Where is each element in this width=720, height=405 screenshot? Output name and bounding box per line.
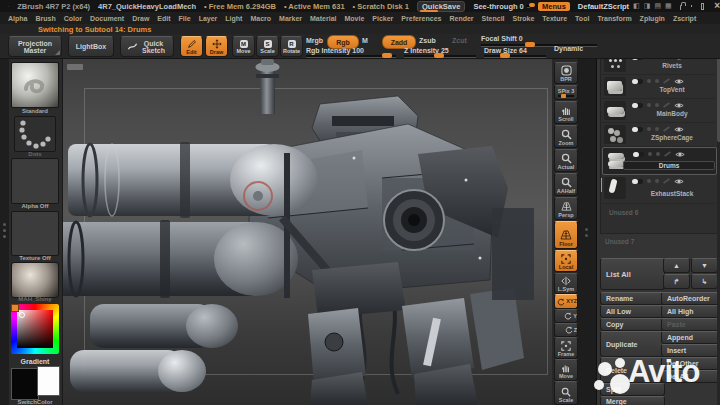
gradient-label[interactable]: Gradient [10,358,60,365]
subtool-visibility-icons[interactable] [632,125,712,133]
quicksave-button[interactable]: QuickSave [417,1,465,12]
all-high-button[interactable]: All High [661,305,720,318]
left-tray-toggle-icon[interactable]: ◧ [633,2,640,10]
duplicate-button[interactable]: Duplicate [600,331,665,357]
move-canvas-button[interactable]: Move [554,359,578,381]
eye-icon[interactable] [675,151,685,158]
menu-draw[interactable]: Draw [128,15,153,22]
zsub-toggle[interactable]: Zsub [419,37,436,44]
subtool-row-mainbody[interactable]: MainBody [602,99,715,123]
subtool-visibility-icons[interactable] [632,101,712,109]
eye-icon[interactable] [674,178,684,185]
subtool-up-button[interactable]: ▲ [663,258,690,273]
menu-alpha[interactable]: Alpha [4,15,31,22]
z-intensity-slider[interactable] [404,55,476,58]
copy-button[interactable]: Copy [600,318,665,331]
draw-button[interactable]: Draw [205,36,228,57]
menu-transform[interactable]: Transform [593,15,635,22]
rgb-intensity-slider[interactable] [306,55,396,58]
subtool-row-zspherecage[interactable]: ZSphereCage [602,123,715,147]
y-axis-button[interactable]: Y [554,309,578,323]
floor-button[interactable]: Floor [554,221,578,249]
dynamic-toggle[interactable]: Dynamic [554,45,583,52]
eye-icon[interactable] [674,102,684,109]
list-all-button[interactable]: List All [600,258,665,290]
menu-material[interactable]: Material [306,15,340,22]
restore-icon[interactable] [701,3,704,10]
subtool-row-topvent[interactable]: TopVent [602,75,715,99]
rename-button[interactable]: Rename [600,292,665,305]
default-zscript-label[interactable]: DefaultZScript [578,2,629,11]
menu-document[interactable]: Document [86,15,128,22]
menu-edit[interactable]: Edit [153,15,174,22]
rotate-button[interactable]: R Rotate [280,36,303,57]
picker-corner-icon[interactable] [11,304,19,312]
aahalf-button[interactable]: AAHalf [554,173,578,196]
edit-button[interactable]: Edit [180,36,203,57]
lock-icon[interactable] [680,5,681,10]
menu-zplugin[interactable]: Zplugin [636,15,669,22]
subtool-move-in-button[interactable]: ↳ [691,274,718,289]
right-divider-rail[interactable] [578,58,596,405]
subtool-visibility-icons[interactable] [632,177,712,185]
menus-button[interactable]: Menus [538,2,570,11]
delete-button[interactable]: Delete [600,357,665,383]
current-material-thumbnail[interactable] [11,262,59,298]
spix-track[interactable] [558,95,574,97]
insert-button[interactable]: Insert [661,344,720,357]
z-axis-button[interactable]: Z [554,323,578,337]
menu-render[interactable]: Render [445,15,477,22]
eye-icon[interactable] [674,78,684,85]
del-other-button[interactable]: Del Other [661,357,720,370]
color-picker[interactable] [11,304,59,354]
merge-button[interactable]: Merge [600,396,665,405]
m-toggle[interactable]: M [362,37,368,44]
menu-zscript[interactable]: Zscript [669,15,700,22]
sculpt-canvas[interactable] [62,58,552,405]
quick-sketch-button[interactable]: Quick Sketch [120,36,174,57]
menu-movie[interactable]: Movie [340,15,368,22]
projection-master-button[interactable]: Projection Master [8,36,62,57]
append-button[interactable]: Append [661,331,720,344]
current-texture-thumbnail[interactable] [11,211,59,256]
subtool-visibility-icons[interactable] [632,77,712,85]
subtool-visibility-icons[interactable] [633,150,713,158]
xyz-button[interactable]: XYZ [554,294,578,309]
current-stroke-thumbnail[interactable] [14,116,56,152]
menu-preferences[interactable]: Preferences [397,15,445,22]
lightbox-button[interactable]: LightBox [68,36,114,57]
bpr-button[interactable]: BPR [554,62,578,84]
left-divider-rail[interactable] [0,58,9,405]
all-low-button[interactable]: All Low [600,305,665,318]
menu-marker[interactable]: Marker [275,15,306,22]
subtool-move-out-button[interactable]: ↱ [663,274,690,289]
subtool-down-button[interactable]: ▼ [691,258,718,273]
draw-size-slider[interactable] [484,55,546,58]
subtool-row-exhauststack[interactable]: ExhaustStack [602,175,715,204]
move-button[interactable]: M Move [232,36,255,57]
layout-b-icon[interactable]: ▦ [665,2,672,10]
switch-color-label[interactable]: SwitchColor [10,399,60,405]
scroll-button[interactable]: Scroll [554,101,578,124]
menu-layer[interactable]: Layer [195,15,222,22]
current-brush-thumbnail[interactable] [11,62,59,108]
layout-a-icon[interactable]: ▤ [654,2,661,10]
secondary-color-swatch[interactable] [37,366,60,396]
subtool-row-drums-selected[interactable]: Drums [602,147,717,175]
spix-slider[interactable]: SPix 3 [554,85,578,100]
menu-light[interactable]: Light [221,15,246,22]
main-color-swatch[interactable] [11,368,39,400]
lsym-button[interactable]: L.Sym [554,273,578,294]
mrgb-toggle[interactable]: Mrgb [306,37,323,44]
scale-button[interactable]: S Scale [256,36,279,57]
menu-stroke[interactable]: Stroke [509,15,539,22]
minimize-icon[interactable] [691,5,692,7]
zoom-button[interactable]: Zoom [554,125,578,148]
right-tray-toggle-icon[interactable]: ◨ [644,2,651,10]
current-alpha-thumbnail[interactable] [11,158,59,204]
menu-file[interactable]: File [175,15,195,22]
paste-button[interactable]: Paste [661,318,720,331]
menu-color[interactable]: Color [60,15,86,22]
actual-button[interactable]: Actual [554,149,578,172]
menu-texture[interactable]: Texture [538,15,571,22]
